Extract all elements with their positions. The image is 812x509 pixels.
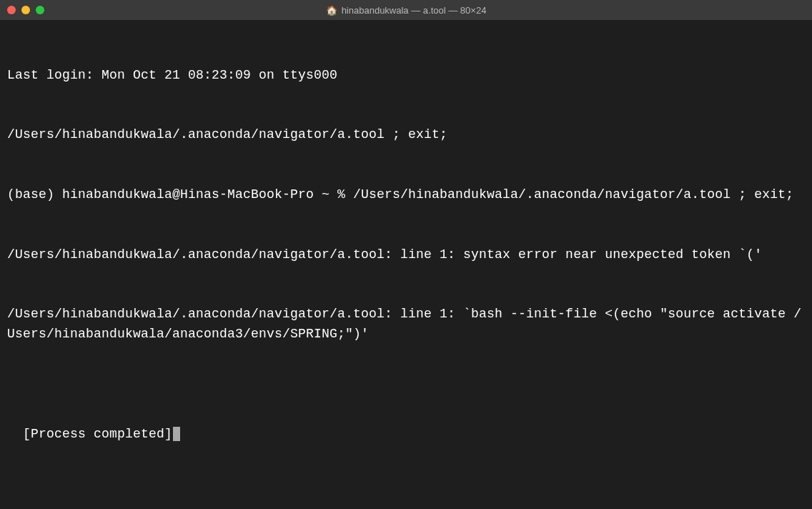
cursor-icon	[173, 427, 180, 441]
terminal-blank-line	[7, 385, 805, 405]
terminal-line: /Users/hinabandukwala/.anaconda/navigato…	[7, 305, 805, 345]
terminal-line: /Users/hinabandukwala/.anaconda/navigato…	[7, 125, 805, 145]
terminal-output[interactable]: Last login: Mon Oct 21 08:23:09 on ttys0…	[0, 20, 812, 450]
home-icon: 🏠	[326, 6, 337, 15]
minimize-button[interactable]	[21, 6, 30, 14]
maximize-button[interactable]	[36, 6, 44, 14]
window-title-text: hinabandukwala — a.tool — 80×24	[342, 5, 487, 16]
close-button[interactable]	[7, 6, 16, 14]
terminal-prompt-line: (base) hinabandukwala@Hinas-MacBook-Pro …	[7, 185, 805, 205]
terminal-line: /Users/hinabandukwala/.anaconda/navigato…	[7, 245, 805, 265]
terminal-line: [Process completed]	[23, 427, 172, 441]
window-title: 🏠 hinabandukwala — a.tool — 80×24	[326, 5, 487, 16]
window-title-bar: 🏠 hinabandukwala — a.tool — 80×24	[0, 0, 812, 20]
terminal-line: Last login: Mon Oct 21 08:23:09 on ttys0…	[7, 66, 805, 86]
traffic-lights	[7, 6, 44, 14]
